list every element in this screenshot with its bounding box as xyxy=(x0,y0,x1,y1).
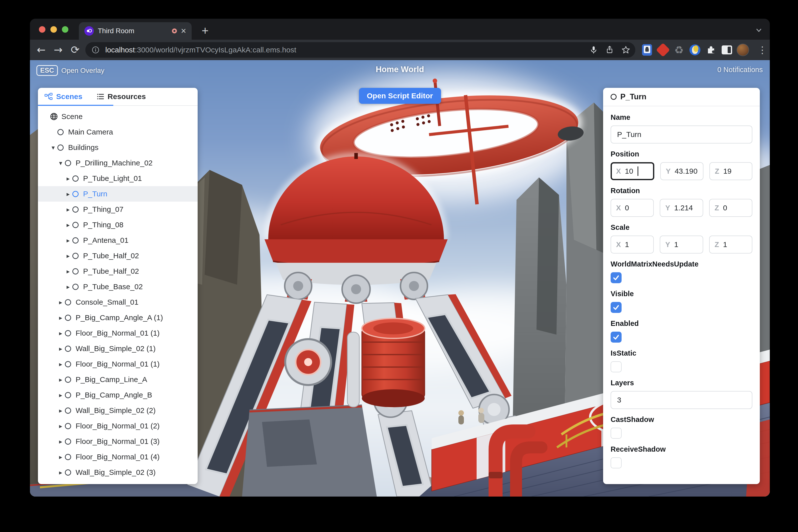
caret-icon[interactable]: ▸ xyxy=(56,422,65,430)
scale-inputs: X 1 Y 1 Z 1 xyxy=(611,235,752,253)
caret-icon[interactable]: ▾ xyxy=(49,144,57,151)
close-window-button[interactable] xyxy=(39,26,45,33)
tree-item[interactable]: ▸ P_Thing_08 xyxy=(38,217,197,232)
position-y-input[interactable]: Y 43.190 xyxy=(660,162,703,180)
caret-icon[interactable]: ▸ xyxy=(64,237,72,244)
tab-resources[interactable]: Resources xyxy=(97,92,146,101)
browser-tab-strip: Third Room × + xyxy=(30,19,770,40)
recycle-extension-icon[interactable]: ♻ xyxy=(673,44,685,56)
caret-icon[interactable]: ▸ xyxy=(64,190,72,197)
tree-item[interactable]: ▸ P_Big_Camp_Angle_A (1) xyxy=(38,310,197,325)
isstatic-checkbox[interactable] xyxy=(611,361,622,372)
caret-icon[interactable]: ▸ xyxy=(56,299,65,306)
microphone-icon[interactable] xyxy=(589,46,598,54)
entity-icon xyxy=(65,160,71,166)
resources-list-icon xyxy=(97,93,104,100)
reload-icon[interactable]: ⟳ xyxy=(69,43,82,57)
tree-item[interactable]: ▸ P_Antena_01 xyxy=(38,232,197,248)
tree-item[interactable]: ▸ Wall_Big_Simple_02 (2) xyxy=(38,403,197,418)
position-x-input[interactable]: X 10 xyxy=(611,162,654,180)
receiveshadow-label: ReceiveShadow xyxy=(611,445,752,453)
browser-menu-icon[interactable]: ⋮ xyxy=(757,43,768,57)
maximize-window-button[interactable] xyxy=(62,26,69,33)
caret-icon[interactable]: ▸ xyxy=(56,330,65,337)
forward-icon[interactable]: → xyxy=(52,43,65,57)
castshadow-checkbox[interactable] xyxy=(611,428,622,439)
tree-item[interactable]: Scene xyxy=(38,109,197,124)
profile-avatar[interactable] xyxy=(737,44,749,56)
scale-x-input[interactable]: X 1 xyxy=(611,235,654,253)
chevron-down-icon[interactable] xyxy=(754,26,763,35)
close-tab-icon[interactable]: × xyxy=(181,26,186,35)
tree-item[interactable]: ▸ Wall_Big_Simple_02 (1) xyxy=(38,341,197,356)
worldmatrixneedsupdate-checkbox[interactable] xyxy=(611,272,622,283)
caret-icon[interactable]: ▸ xyxy=(64,252,72,260)
caret-icon[interactable]: ▸ xyxy=(64,268,72,275)
tab-resources-label: Resources xyxy=(108,92,146,101)
receiveshadow-checkbox[interactable] xyxy=(611,457,622,468)
tree-item[interactable]: ▸ P_Tube_Base_02 xyxy=(38,279,197,294)
scale-y-input[interactable]: Y 1 xyxy=(660,235,703,253)
tree-item[interactable]: ▸ P_Tube_Half_02 xyxy=(38,248,197,264)
share-icon[interactable] xyxy=(605,46,614,54)
entity-icon xyxy=(65,315,71,321)
tree-item[interactable]: ▾ P_Drilling_Machine_02 xyxy=(38,155,197,171)
layers-input[interactable]: 3 xyxy=(611,391,752,409)
tree-item[interactable]: ▸ Floor_Big_Normal_01 (1) xyxy=(38,356,197,372)
caret-icon[interactable]: ▸ xyxy=(56,469,65,476)
caret-icon[interactable]: ▾ xyxy=(56,159,65,167)
rotation-y-input[interactable]: Y 1.214 xyxy=(660,199,703,217)
caret-icon[interactable]: ▸ xyxy=(56,345,65,352)
password-manager-extension-icon[interactable] xyxy=(641,44,653,56)
tree-item[interactable]: ▸ P_Big_Camp_Angle_B xyxy=(38,387,197,403)
rotation-z-input[interactable]: Z 0 xyxy=(709,199,752,217)
caret-icon[interactable]: ▸ xyxy=(64,221,72,229)
tree-item[interactable]: ▸ P_Turn xyxy=(38,186,197,202)
red-extension-icon[interactable] xyxy=(657,44,669,56)
tree-item[interactable]: ▸ P_Big_Camp_Line_A xyxy=(38,372,197,387)
caret-icon[interactable]: ▸ xyxy=(56,376,65,383)
world-viewport[interactable]: ESC Open Overlay Home World 0 Notificati… xyxy=(30,60,770,497)
caret-icon[interactable]: ▸ xyxy=(64,206,72,213)
tree-item[interactable]: ▸ Wall_Big_Simple_02 (3) xyxy=(38,464,197,480)
notifications-count[interactable]: 0 Notifications xyxy=(717,65,763,74)
caret-icon[interactable]: ▸ xyxy=(56,361,65,368)
rotation-x-input[interactable]: X 0 xyxy=(611,199,654,217)
tab-scenes[interactable]: Scenes xyxy=(44,92,82,101)
caret-icon[interactable]: ▸ xyxy=(64,175,72,182)
visible-checkbox[interactable] xyxy=(611,302,622,313)
minimize-window-button[interactable] xyxy=(51,26,57,33)
caret-icon[interactable]: ▸ xyxy=(56,314,65,321)
tree-item[interactable]: ▸ P_Tube_Light_01 xyxy=(38,171,197,186)
bookmark-star-icon[interactable] xyxy=(621,45,630,54)
tree-item[interactable]: ▸ Floor_Big_Normal_01 (4) xyxy=(38,449,197,464)
caret-icon[interactable]: ▸ xyxy=(64,283,72,290)
tree-item[interactable]: ▸ Floor_Big_Normal_01 (2) xyxy=(38,418,197,434)
tree-item[interactable]: ▸ Floor_Big_Normal_01 (1) xyxy=(38,325,197,341)
tree-item[interactable]: Main Camera xyxy=(38,124,197,140)
blue-circle-extension-icon[interactable] xyxy=(689,44,701,56)
back-icon[interactable]: ← xyxy=(34,43,48,57)
position-z-input[interactable]: Z 19 xyxy=(709,162,752,180)
browser-tab[interactable]: Third Room × xyxy=(79,22,192,40)
open-script-editor-button[interactable]: Open Script Editor xyxy=(359,88,441,104)
caret-icon[interactable]: ▸ xyxy=(56,438,65,445)
name-input[interactable] xyxy=(611,126,752,144)
scale-z-input[interactable]: Z 1 xyxy=(709,235,752,253)
entity-icon xyxy=(65,438,71,445)
side-panel-icon[interactable] xyxy=(721,44,733,56)
tree-item[interactable]: ▸ P_Thing_07 xyxy=(38,202,197,217)
inspector-flags: WorldMatrixNeedsUpdate Visible Enabled I… xyxy=(611,260,752,468)
enabled-checkbox[interactable] xyxy=(611,331,622,343)
tree-item[interactable]: ▾ Buildings xyxy=(38,140,197,155)
caret-icon[interactable]: ▸ xyxy=(56,407,65,414)
new-tab-button[interactable]: + xyxy=(198,24,212,37)
tree-item[interactable]: ▸ Console_Small_01 xyxy=(38,294,197,310)
extensions-puzzle-icon[interactable] xyxy=(705,44,717,56)
tree-item[interactable]: ▸ P_Tube_Half_02 xyxy=(38,264,197,279)
site-info-icon[interactable] xyxy=(91,46,100,54)
caret-icon[interactable]: ▸ xyxy=(56,453,65,461)
caret-icon[interactable]: ▸ xyxy=(56,392,65,399)
address-bar[interactable]: localhost:3000/world/!vjrzmTVOcyIsLgaAkA… xyxy=(86,42,635,58)
tree-item[interactable]: ▸ Floor_Big_Normal_01 (3) xyxy=(38,434,197,449)
